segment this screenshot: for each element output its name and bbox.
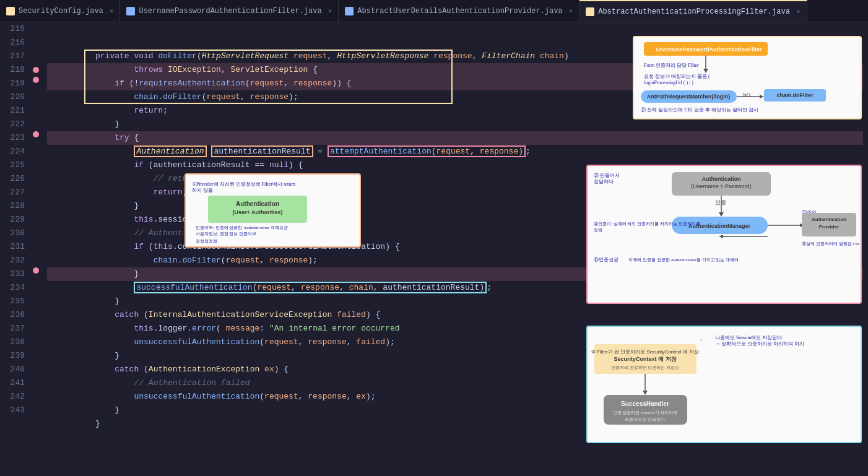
editor-area: 215 216 217 218 219 220 221 222 223 224 … <box>0 22 868 476</box>
svg-text:최종적으로 전달된다.: 최종적으로 전달된다. <box>625 417 666 422</box>
svg-text:Authentication: Authentication <box>702 176 741 182</box>
svg-text:⑧ Filter가 완 인증처리로 SecurityCont: ⑧ Filter가 완 인증처리로 SecurityContext 에 저장 <box>591 349 699 355</box>
svg-text:Authentication: Authentication <box>812 217 846 222</box>
svg-text:⑥인증성공: ⑥인증성공 <box>594 257 618 262</box>
tab-close-security[interactable]: ✕ <box>110 7 114 15</box>
diagram-popup-svg: ①Provider에 처리된 인증정보로 Filter에서 return 하지 … <box>189 178 358 245</box>
tab-bar: SecurityConfig.java ✕ UsernamePasswordAu… <box>0 0 868 22</box>
tab-icon-abstract-details <box>345 7 354 15</box>
svg-text:인증: 인증 <box>715 199 726 206</box>
tab-label-abstract-details: AbstractUserDetailsAuthenticationProvide… <box>357 7 562 15</box>
tab-username-filter[interactable]: UsernamePasswordAuthenticationFilter.jav… <box>120 0 339 22</box>
diagram-middle-right: ② 만들어서 전달하다 Authentication (Username + P… <box>586 165 862 304</box>
code-line-222: try { <box>47 118 863 131</box>
svg-text:SecurityContext 에 저장: SecurityContext 에 저장 <box>614 356 677 362</box>
code-line-223: Authentication authenticationResult = at… <box>47 131 863 145</box>
line-numbers: 215 216 217 218 219 220 221 222 223 224 … <box>0 22 30 476</box>
breakpoint-223[interactable] <box>33 131 39 137</box>
breakpoint-219[interactable] <box>33 77 39 83</box>
svg-marker-45 <box>719 235 723 238</box>
svg-text:⑤실제 인증처리에 알맞은 Class: ⑤실제 인증처리에 알맞은 Class <box>802 241 859 246</box>
svg-text:요청 정보가 매칭되는지 물음 (: 요청 정보가 매칭되는지 물음 ( <box>644 74 710 79</box>
svg-text:하지 않을: 하지 않을 <box>192 188 213 193</box>
code-line-215 <box>47 22 863 36</box>
tab-close-abstract-details[interactable]: ✕ <box>569 7 573 15</box>
gutter <box>30 22 42 476</box>
svg-text:loginProcessingUrl ( ) / ): loginProcessingUrl ( ) / ) <box>644 80 693 85</box>
svg-text:Provider: Provider <box>819 224 839 230</box>
breakpoint-233[interactable] <box>33 267 39 274</box>
tab-abstract-user-details[interactable]: AbstractUserDetailsAuthenticationProvide… <box>339 0 579 22</box>
svg-text:④인증이: 실제에 처리 인증처리를 처리하는 인증처리를: ④인증이: 실제에 처리 인증처리를 처리하는 인증처리를 <box>594 222 700 227</box>
svg-marker-4 <box>703 69 708 73</box>
svg-marker-54 <box>643 391 648 395</box>
tab-label-username: UsernamePasswordAuthenticationFilter.jav… <box>139 7 321 15</box>
code-line-236: this.logger.error( message: "An internal… <box>47 308 863 322</box>
svg-text:정복: 정복 <box>594 228 602 233</box>
tab-security-config[interactable]: SecurityConfig.java ✕ <box>0 0 120 22</box>
tab-icon-security <box>6 7 15 15</box>
svg-text:→ 정확적으로 인증처리로 처리하여 처리: → 정확적으로 인증처리로 처리하여 처리 <box>715 341 804 347</box>
diagram-top-right: UsernamePasswordAuthenticationFilter For… <box>633 36 862 119</box>
svg-text:Form 인증처리 담당 Filter: Form 인증처리 담당 Filter <box>644 63 699 68</box>
svg-text:청청청청청: 청청청청청 <box>196 239 217 244</box>
breakpoint-218[interactable] <box>33 67 39 73</box>
svg-text:Authentication: Authentication <box>236 201 279 207</box>
svg-marker-11 <box>760 95 764 98</box>
diagram-top-right-svg: UsernamePasswordAuthenticationFilter For… <box>638 41 861 116</box>
svg-text:전달하다: 전달하다 <box>594 179 614 184</box>
svg-marker-30 <box>719 212 724 217</box>
svg-text:인증처리 완료하면 보관하는 저장소: 인증처리 완료하면 보관하는 저장소 <box>611 365 679 370</box>
svg-text:chain.doFilter: chain.doFilter <box>776 92 814 98</box>
svg-text:(User+ Authorities): (User+ Authorities) <box>233 209 283 215</box>
svg-text:SuccessHandler: SuccessHandler <box>621 400 669 407</box>
svg-text:② 전체 필링라인에 URI 검증 후 해당되는 필터만 검: ② 전체 필링라인에 URI 검증 후 해당되는 필터만 검사 <box>641 107 758 113</box>
svg-text:(Username + Password): (Username + Password) <box>691 183 751 189</box>
svg-text:② 만들어서: ② 만들어서 <box>594 173 620 178</box>
diagram-bottom-right: 나중에도 Session에도 저장된다. → 정확적으로 인증처리로 처리하여 … <box>586 326 862 443</box>
svg-text:나중에도 Session에도 저장된다.: 나중에도 Session에도 저장된다. <box>715 335 783 340</box>
svg-text:사용자정보,       권한 정보      인증여부: 사용자정보, 권한 정보 인증여부 <box>196 232 256 236</box>
diagram-bottom-svg: 나중에도 Session에도 저장된다. → 정확적으로 인증처리로 처리하여 … <box>591 331 859 441</box>
tab-label-abstract-filter: AbstractAuthenticationProcessingFilter.j… <box>598 7 790 16</box>
tab-label-security: SecurityConfig.java <box>19 7 103 15</box>
tab-close-abstract-filter[interactable]: ✕ <box>796 7 801 15</box>
tab-close-username[interactable]: ✕ <box>328 7 332 15</box>
svg-text:인증 성공하면 Handler가 처리하게: 인증 성공하면 Handler가 처리하게 <box>613 410 678 415</box>
svg-text:①Provider에 처리된 인증정보로 Filter에서 : ①Provider에 처리된 인증정보로 Filter에서 return <box>192 181 295 187</box>
svg-text:UsernamePasswordAuthentication: UsernamePasswordAuthenticationFilter <box>656 46 762 53</box>
tab-icon-abstract-filter <box>586 7 594 16</box>
svg-text:이때에 인증을 성공한 Authentication을 가지: 이때에 인증을 성공한 Authentication을 가지고 있는 개체에 <box>628 257 739 262</box>
tab-abstract-processing-filter[interactable]: AbstractAuthenticationProcessingFilter.j… <box>579 0 807 22</box>
svg-text:AntPathRequestMatcher(/login): AntPathRequestMatcher(/login) <box>647 93 731 100</box>
svg-text:→: → <box>698 337 703 343</box>
diagram-inline-popup: ①Provider에 처리된 인증정보로 Filter에서 return 하지 … <box>184 173 361 248</box>
code-line-224: if (authenticationResult == null) { <box>47 145 863 158</box>
diagram-middle-svg: ② 만들어서 전달하다 Authentication (Username + P… <box>591 170 859 301</box>
code-content: private void doFilter(HttpServletRequest… <box>42 22 868 476</box>
tab-icon-username <box>126 7 135 15</box>
svg-text:인증이력: 인증에 성공한 Authentication 객: 인증이력: 인증에 성공한 Authentication 객체보관 <box>196 225 288 230</box>
